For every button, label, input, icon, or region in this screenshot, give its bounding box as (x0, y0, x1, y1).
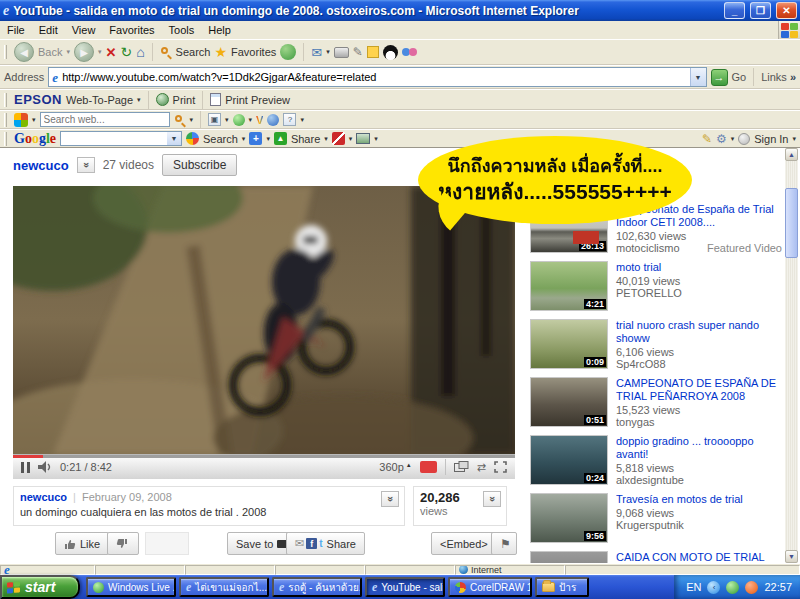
search-label[interactable]: Search (176, 46, 211, 58)
print-preview-label[interactable]: Print Preview (225, 94, 290, 106)
start-button[interactable]: start (0, 575, 80, 599)
toolbar-grip[interactable] (4, 113, 7, 127)
help-icon[interactable]: ? (283, 113, 296, 126)
fullscreen-icon[interactable] (494, 461, 507, 473)
annotations-icon[interactable] (420, 461, 437, 473)
popup-blocker-dropdown-icon[interactable]: ▾ (349, 135, 353, 143)
seek-bar[interactable] (13, 455, 515, 458)
links-menu[interactable]: Links » (761, 71, 796, 83)
related-video-title[interactable]: moto trial (616, 261, 786, 274)
google-search-dropdown-icon[interactable]: ▼ (167, 132, 181, 145)
mail-icon[interactable]: ✉ (311, 45, 322, 60)
address-dropdown-icon[interactable]: ▼ (690, 68, 706, 86)
menu-edit[interactable]: Edit (32, 23, 65, 37)
page-scrollbar[interactable]: ▲ ▼ (785, 148, 798, 563)
forward-dropdown-icon[interactable]: ▾ (98, 48, 102, 56)
sign-in-avatar-icon[interactable] (738, 133, 750, 145)
toolbar-grip[interactable] (4, 132, 7, 146)
help-dropdown-icon[interactable]: ▾ (300, 116, 304, 124)
related-video-item[interactable]: 0:09 trial nuoro crash super nando showw… (530, 319, 786, 377)
video-thumbnail[interactable]: 0:51 (530, 377, 608, 427)
web-to-page-button[interactable]: Web-To-Page (66, 94, 133, 106)
video-thumbnail[interactable] (530, 551, 608, 563)
live-favorites-icon[interactable]: V (256, 114, 263, 126)
google-search-input[interactable]: ▼ (60, 131, 182, 146)
print-preview-icon[interactable] (210, 93, 221, 106)
task-youtube-active[interactable]: eYouTube - salid... (365, 577, 445, 597)
google-bookmarks-dropdown-icon[interactable]: ▾ (266, 135, 270, 143)
related-video-title[interactable]: CAMPEONATO DE ESPAÑA DE TRIAL PEÑARROYA … (616, 377, 786, 403)
minimize-button[interactable]: _ (724, 2, 745, 19)
language-indicator[interactable]: EN (686, 581, 701, 593)
related-video-title[interactable]: trial nuoro crash super nando showw (616, 319, 786, 345)
live-status-dropdown-icon[interactable]: ▾ (249, 116, 253, 124)
form-fill-dropdown-icon[interactable]: ▾ (225, 116, 229, 124)
form-fill-icon[interactable]: ▣ (208, 113, 221, 126)
sign-in-dropdown-icon[interactable]: ▾ (792, 135, 796, 143)
task-folder[interactable]: ป้าร (535, 577, 589, 597)
google-share-dropdown-icon[interactable]: ▾ (324, 135, 328, 143)
web-to-page-dropdown-icon[interactable]: ▾ (137, 96, 141, 104)
back-label[interactable]: Back (38, 46, 62, 58)
menu-help[interactable]: Help (201, 23, 238, 37)
volume-icon[interactable] (38, 461, 52, 473)
views-expand-icon[interactable]: » (483, 491, 501, 507)
address-url[interactable]: http://www.youtube.com/watch?v=1Ddk2Gjga… (62, 71, 376, 83)
scroll-down-icon[interactable]: ▼ (785, 550, 798, 563)
google-share-icon[interactable]: ▲ (274, 132, 287, 145)
tray-app-icon[interactable] (745, 581, 758, 594)
settings-wrench-icon[interactable]: ⚙ (716, 132, 727, 146)
subscribe-button[interactable]: Subscribe (162, 154, 237, 176)
task-coreldraw[interactable]: CorelDRAW 11 (448, 577, 532, 597)
scroll-up-icon[interactable]: ▲ (785, 148, 798, 161)
search-icon[interactable] (160, 46, 172, 58)
menu-file[interactable]: File (0, 23, 32, 37)
toolbar-grip[interactable] (4, 45, 7, 59)
popout-icon[interactable] (454, 461, 469, 473)
like-button[interactable]: Like (55, 532, 109, 555)
print-icon[interactable] (334, 47, 349, 58)
links-label[interactable]: Links (761, 71, 787, 83)
google-search-options-icon[interactable]: ▾ (242, 135, 246, 143)
edit-page-icon[interactable]: ✎ (353, 45, 363, 59)
embed-button[interactable]: <Embed> (431, 532, 497, 555)
favorites-icon[interactable]: ★ (214, 44, 227, 60)
translate-dropdown-icon[interactable]: ▾ (374, 135, 378, 143)
menu-tools[interactable]: Tools (162, 23, 202, 37)
notes-icon[interactable] (367, 46, 379, 58)
clock[interactable]: 22:57 (764, 581, 792, 593)
video-thumbnail[interactable]: 4:21 (530, 261, 608, 311)
resize-player-icon[interactable]: ⇄ (477, 461, 486, 474)
close-button[interactable]: ✕ (776, 2, 797, 19)
scrollbar-thumb[interactable] (785, 188, 798, 258)
task-ie-page1[interactable]: eไต่เขาแม่จอกไ... (179, 577, 269, 597)
tray-messenger-icon[interactable] (726, 581, 739, 594)
epson-print-icon[interactable] (156, 93, 169, 106)
restore-button[interactable]: ❐ (750, 2, 771, 19)
go-label[interactable]: Go (732, 71, 747, 83)
home-icon[interactable]: ⌂ (136, 44, 144, 60)
menu-favorites[interactable]: Favorites (102, 23, 161, 37)
video-player[interactable]: 0:21 / 8:42 360p▲ ⇄ (13, 186, 515, 479)
qq-messenger-icon[interactable] (383, 45, 398, 60)
contacts-icon[interactable] (402, 46, 418, 58)
live-status-icon[interactable] (233, 114, 245, 126)
uploader-expand-icon[interactable]: » (77, 157, 95, 173)
live-logo-icon[interactable] (14, 113, 28, 127)
related-video-item[interactable]: 0:51 CAMPEONATO DE ESPAÑA DE TRIAL PEÑAR… (530, 377, 786, 435)
video-thumbnail[interactable]: 9:56 (530, 493, 608, 543)
related-video-item[interactable]: 4:21 moto trial 40,019 views PETORELLO (530, 261, 786, 319)
related-video-title[interactable]: doppio gradino ... trooooppo avanti! (616, 435, 786, 461)
google-search-icon[interactable] (186, 132, 199, 145)
quality-button[interactable]: 360p▲ (379, 461, 411, 473)
live-logo-dropdown-icon[interactable]: ▾ (32, 116, 36, 124)
related-video-item[interactable]: CAIDA CON MOTO DE TRIAL (530, 551, 786, 563)
favorites-label[interactable]: Favorites (231, 46, 276, 58)
info-uploader-link[interactable]: newcuco (20, 491, 67, 503)
back-dropdown-icon[interactable]: ▾ (66, 48, 70, 56)
info-expand-icon[interactable]: » (381, 491, 399, 507)
video-thumbnail[interactable]: 0:24 (530, 435, 608, 485)
settings-dropdown-icon[interactable]: ▾ (731, 135, 735, 143)
address-input[interactable]: e http://www.youtube.com/watch?v=1Ddk2Gj… (48, 67, 706, 87)
live-search-dropdown-icon[interactable]: ▾ (190, 116, 194, 124)
